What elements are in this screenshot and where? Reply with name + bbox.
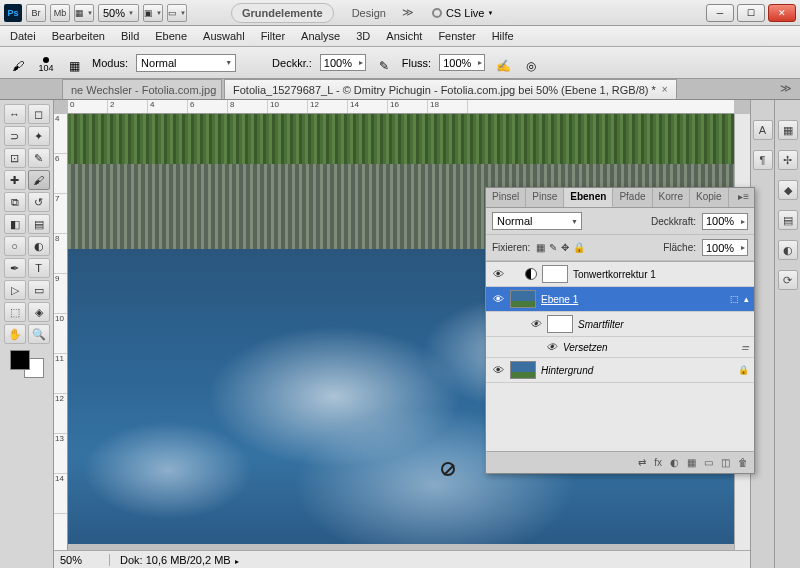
layer-thumb[interactable] bbox=[510, 361, 536, 379]
layer-hintergrund[interactable]: 👁 Hintergrund 🔒 bbox=[486, 358, 754, 383]
pressure-opacity-icon[interactable]: ✎ bbox=[374, 53, 394, 73]
minimize-button[interactable]: ─ bbox=[706, 4, 734, 22]
lock-paint-icon[interactable]: ✎ bbox=[549, 242, 557, 253]
menu-ansicht[interactable]: Ansicht bbox=[386, 30, 422, 42]
visibility-icon[interactable]: 👁 bbox=[491, 292, 505, 306]
layer-versetzen[interactable]: 👁 Versetzen ⚌ bbox=[486, 337, 754, 358]
adjustment-new-icon[interactable]: ▦ bbox=[687, 457, 696, 468]
tab-overflow-icon[interactable]: ≫ bbox=[772, 79, 800, 99]
trash-icon[interactable]: 🗑 bbox=[738, 457, 748, 468]
layer-name[interactable]: Tonwertkorrektur 1 bbox=[573, 269, 749, 280]
brush-preview[interactable]: 104 bbox=[36, 53, 56, 73]
panel-deckkraft-input[interactable]: 100% bbox=[702, 213, 748, 230]
filter-options-icon[interactable]: ⚌ bbox=[741, 342, 749, 352]
filter-mask-thumb[interactable] bbox=[547, 315, 573, 333]
path-select-tool[interactable]: ▷ bbox=[4, 280, 26, 300]
minibridge-button[interactable]: Mb bbox=[50, 4, 70, 22]
panel-tab-pinsel[interactable]: Pinsel bbox=[486, 188, 526, 207]
panel-tab-pfade[interactable]: Pfade bbox=[613, 188, 652, 207]
crop-tool[interactable]: ⊡ bbox=[4, 148, 26, 168]
adjustments-icon[interactable]: ✢ bbox=[778, 150, 798, 170]
3d-tool[interactable]: ⬚ bbox=[4, 302, 26, 322]
maximize-button[interactable]: ☐ bbox=[737, 4, 765, 22]
menu-bild[interactable]: Bild bbox=[121, 30, 139, 42]
panel-tab-korrekturen[interactable]: Korre bbox=[653, 188, 690, 207]
menu-bearbeiten[interactable]: Bearbeiten bbox=[52, 30, 105, 42]
menu-filter[interactable]: Filter bbox=[261, 30, 285, 42]
layer-ebene1[interactable]: 👁 Ebene 1 ⬚ ▴ bbox=[486, 287, 754, 312]
menu-3d[interactable]: 3D bbox=[356, 30, 370, 42]
paragraph-panel-icon[interactable]: ¶ bbox=[753, 150, 773, 170]
menu-ebene[interactable]: Ebene bbox=[155, 30, 187, 42]
menu-analyse[interactable]: Analyse bbox=[301, 30, 340, 42]
wand-tool[interactable]: ✦ bbox=[28, 126, 50, 146]
zoom-select[interactable]: 50% bbox=[98, 4, 139, 22]
mask-icon[interactable]: ◐ bbox=[670, 457, 679, 468]
panel-tab-ebenen[interactable]: Ebenen bbox=[564, 188, 613, 207]
status-docsize[interactable]: Dok: 10,6 MB/20,2 MB bbox=[120, 554, 239, 566]
fluss-input[interactable]: 100% bbox=[439, 54, 485, 71]
patch-tool[interactable]: ✚ bbox=[4, 170, 26, 190]
camera-tool[interactable]: ◈ bbox=[28, 302, 50, 322]
workspace-more-icon[interactable]: ≫ bbox=[402, 6, 414, 19]
stamp-tool[interactable]: ⧉ bbox=[4, 192, 26, 212]
lock-transparency-icon[interactable]: ▦ bbox=[536, 242, 545, 253]
panel-menu-icon[interactable]: ▸≡ bbox=[733, 188, 754, 207]
close-button[interactable]: ✕ bbox=[768, 4, 796, 22]
flaeche-input[interactable]: 100% bbox=[702, 239, 748, 256]
tool-preset-icon[interactable]: 🖌 bbox=[8, 53, 28, 73]
tab-close-icon[interactable]: × bbox=[662, 84, 668, 95]
screenmode-button[interactable]: ▭ bbox=[167, 4, 187, 22]
link-layers-icon[interactable]: ⇄ bbox=[638, 457, 646, 468]
tablet-pressure-icon[interactable]: ◎ bbox=[521, 53, 541, 73]
visibility-icon[interactable]: 👁 bbox=[491, 363, 505, 377]
group-icon[interactable]: ▭ bbox=[704, 457, 713, 468]
move-tool[interactable]: ↔ bbox=[4, 104, 26, 124]
new-layer-icon[interactable]: ◫ bbox=[721, 457, 730, 468]
workspace-design[interactable]: Design bbox=[342, 3, 396, 23]
brush-tool[interactable]: 🖌 bbox=[28, 170, 50, 190]
type-tool[interactable]: T bbox=[28, 258, 50, 278]
bridge-button[interactable]: Br bbox=[26, 4, 46, 22]
marquee-tool[interactable]: ◻ bbox=[28, 104, 50, 124]
swatches-icon[interactable]: ▦ bbox=[778, 120, 798, 140]
eyedropper-tool[interactable]: ✎ bbox=[28, 148, 50, 168]
layer-thumb[interactable] bbox=[510, 290, 536, 308]
blur-tool[interactable]: ○ bbox=[4, 236, 26, 256]
menu-datei[interactable]: Datei bbox=[10, 30, 36, 42]
collapse-icon[interactable]: ▴ bbox=[744, 294, 749, 304]
fx-icon[interactable]: fx bbox=[654, 457, 662, 468]
eraser-tool[interactable]: ◧ bbox=[4, 214, 26, 234]
lock-all-icon[interactable]: 🔒 bbox=[573, 242, 585, 253]
visibility-icon[interactable]: 👁 bbox=[491, 267, 505, 281]
layer-smartfilter[interactable]: 👁 Smartfilter bbox=[486, 312, 754, 337]
visibility-icon[interactable]: 👁 bbox=[528, 317, 542, 331]
paths-icon[interactable]: ⟳ bbox=[778, 270, 798, 290]
panel-tab-kopie[interactable]: Kopie bbox=[690, 188, 729, 207]
workspace-active[interactable]: Grundelemente bbox=[231, 3, 334, 23]
view-extras-button[interactable]: ▦ bbox=[74, 4, 94, 22]
shape-tool[interactable]: ▭ bbox=[28, 280, 50, 300]
menu-fenster[interactable]: Fenster bbox=[438, 30, 475, 42]
styles-icon[interactable]: ◆ bbox=[778, 180, 798, 200]
visibility-icon[interactable]: 👁 bbox=[544, 340, 558, 354]
arrange-button[interactable]: ▣ bbox=[143, 4, 163, 22]
document-tab-active[interactable]: Fotolia_15279687_L - © Dmitry Pichugin -… bbox=[224, 79, 677, 99]
layer-name[interactable]: Smartfilter bbox=[578, 319, 749, 330]
panel-tab-pinsel2[interactable]: Pinse bbox=[526, 188, 564, 207]
layer-mask-thumb[interactable] bbox=[542, 265, 568, 283]
type-panel-icon[interactable]: A bbox=[753, 120, 773, 140]
document-tab-inactive[interactable]: ne Wechsler - Fotolia.com.jpg× bbox=[62, 79, 222, 99]
dodge-tool[interactable]: ◐ bbox=[28, 236, 50, 256]
lock-move-icon[interactable]: ✥ bbox=[561, 242, 569, 253]
menu-hilfe[interactable]: Hilfe bbox=[492, 30, 514, 42]
gradient-tool[interactable]: ▤ bbox=[28, 214, 50, 234]
layer-name[interactable]: Versetzen bbox=[563, 342, 736, 353]
zoom-tool[interactable]: 🔍 bbox=[28, 324, 50, 344]
airbrush-icon[interactable]: ✍ bbox=[493, 53, 513, 73]
blend-mode-select[interactable]: Normal bbox=[492, 212, 582, 230]
menu-auswahl[interactable]: Auswahl bbox=[203, 30, 245, 42]
layer-tonwert[interactable]: 👁 Tonwertkorrektur 1 bbox=[486, 262, 754, 287]
hand-tool[interactable]: ✋ bbox=[4, 324, 26, 344]
status-zoom[interactable]: 50% bbox=[60, 554, 110, 566]
